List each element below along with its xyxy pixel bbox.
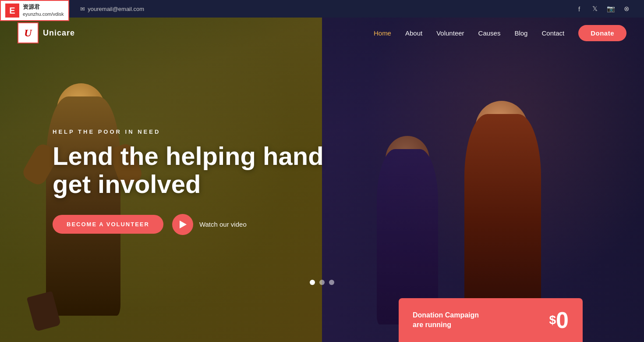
nav-volunteer[interactable]: Volunteer [436,29,464,37]
play-button[interactable] [172,214,193,235]
donation-value: 0 [556,309,569,331]
donation-label: Donation Campaign are running [413,310,479,330]
phone-icon: 📞 [13,6,20,12]
nav-blog[interactable]: Blog [514,29,527,37]
contact-info: 📞 +00 1234 567 | ✉ youremail@email.com [13,6,144,12]
slider-dot-2[interactable] [319,280,325,285]
dribbble-icon[interactable]: ⊗ [622,4,631,13]
volunteer-button[interactable]: BECOME A VOLUNTEER [53,215,163,234]
facebook-icon[interactable]: f [575,4,584,13]
hero-eyebrow: HELP THE POOR IN NEED [53,128,324,135]
navbar: U Unicare Home About Volunteer Causes Bl… [0,18,644,48]
nav-home[interactable]: Home [374,29,391,37]
watch-video-wrap: Watch our video [172,214,247,235]
watch-text: Watch our video [199,221,247,228]
donation-amount: $ 0 [549,309,569,331]
logo-letter: U [24,27,32,39]
logo-box: U [18,22,39,43]
donate-button[interactable]: Donate [578,25,626,41]
divider: | [68,6,70,12]
phone-contact: 📞 +00 1234 567 [13,6,58,12]
logo-name: Unicare [43,28,75,38]
donation-currency: $ [549,313,556,327]
email-icon: ✉ [80,6,85,12]
donation-label-line2: are running [413,320,479,330]
hero-title-line2: get involved [53,170,201,198]
instagram-icon[interactable]: 📷 [606,4,615,13]
nav-causes[interactable]: Causes [478,29,501,37]
slider-dot-1[interactable] [310,280,315,285]
hero-title-line1: Lend the helping hand [53,142,324,170]
slider-dot-3[interactable] [329,280,334,285]
email-address: youremail@email.com [88,6,144,12]
email-contact: ✉ youremail@email.com [80,6,144,12]
play-icon [180,221,187,228]
phone-number: +00 1234 567 [23,6,58,12]
hero-title: Lend the helping hand get involved [53,142,324,198]
logo: U Unicare [18,22,75,43]
top-bar: 📞 +00 1234 567 | ✉ youremail@email.com f… [0,0,644,18]
slider-dots [310,280,334,285]
twitter-icon[interactable]: 𝕏 [591,4,599,13]
hero-content: HELP THE POOR IN NEED Lend the helping h… [53,128,324,235]
nav-about[interactable]: About [405,29,422,37]
donation-card: Donation Campaign are running $ 0 [399,298,583,342]
nav-links: Home About Volunteer Causes Blog Contact… [374,25,626,41]
social-links: f 𝕏 📷 ⊗ [575,4,631,13]
donation-label-line1: Donation Campaign [413,310,479,320]
nav-contact[interactable]: Contact [541,29,564,37]
hero-actions: BECOME A VOLUNTEER Watch our video [53,214,324,235]
